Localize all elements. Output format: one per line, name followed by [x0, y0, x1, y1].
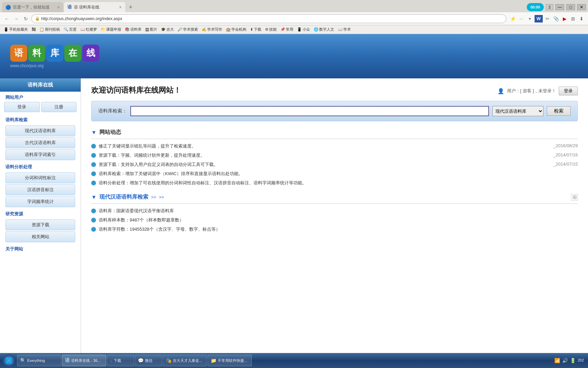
nav-forward[interactable]: → [12, 15, 20, 23]
search-input[interactable] [130, 106, 489, 116]
wechat-label: 微信 [145, 358, 152, 363]
addr-grid-icon[interactable]: ⊞ [569, 15, 577, 22]
taskbar-app2[interactable]: 📁 不常用软件快捷... [208, 355, 252, 366]
corpus-more-1[interactable]: >> [151, 195, 156, 200]
news-date-2: _2014/07/16 [553, 152, 578, 157]
address-bar: ← → ↻ 🔒 http://corpus.zhonghuayuwen.org/… [0, 12, 588, 25]
sidebar-segment[interactable]: 分词和词性标注 [5, 172, 75, 183]
addr-cut-icon[interactable]: ✂ [544, 15, 551, 22]
welcome-title: 欢迎访问语料库在线网站！ [91, 85, 181, 95]
addr-clip-icon[interactable]: 📎 [552, 15, 560, 22]
win-control-close[interactable]: ✕ [577, 4, 586, 10]
taskbar-everything[interactable]: 🔍 Everything [17, 355, 61, 366]
bm-digital[interactable]: 🌐数字人文 [312, 27, 336, 32]
news-item-3: 资源下载：支持加入用户自定义词表的自动分词工具可下载。 _2014/07/15 [91, 162, 578, 168]
main-content: 欢迎访问语料库在线网站！ 👤 用户：[ 游客 ]，未登录！ 登录 语料库检索： … [81, 78, 588, 353]
url-bar[interactable]: 🔒 http://corpus.zhonghuayuwen.org/index.… [31, 14, 506, 23]
tray-icon-2[interactable]: 🔊 [562, 358, 568, 363]
sidebar-pinyin[interactable]: 汉语拼音标注 [5, 184, 75, 195]
sidebar-section-analysis: 语料分析处理 [0, 161, 81, 171]
tab-1[interactable]: 🔵 百度一下，你就知道 × [2, 2, 63, 12]
taskbar-wechat[interactable]: 💬 微信 [135, 355, 162, 366]
system-clock: 202 [578, 358, 584, 363]
nav-refresh[interactable]: ↻ [22, 15, 30, 23]
timer-badge: 00:00 [527, 3, 544, 11]
site-header: 语 料 库 在 线 www.chcorpus.org [0, 34, 588, 78]
login-button[interactable]: 登录 [4, 102, 40, 112]
news-section-title: 网站动态 [99, 129, 121, 136]
addr-video-icon[interactable]: ▶ [561, 15, 568, 22]
tray-icon-1[interactable]: 📶 [554, 358, 560, 363]
news-text-2: 资源下载：字频、词频统计软件更新，提升处理速度。 [99, 152, 205, 158]
header-login-btn[interactable]: 登录 [559, 87, 578, 95]
corpus-bullet-2 [91, 218, 96, 223]
start-button[interactable] [1, 354, 16, 367]
sidebar-section-corpus: 语料库检索 [0, 114, 81, 124]
sidebar-ancient-corpus[interactable]: 古代汉语语料库 [5, 137, 75, 148]
new-tab-btn[interactable]: + [126, 2, 135, 12]
news-text-1: 修正了关键词显示错乱等问题，提升了检索速度。 [99, 143, 196, 149]
nav-back[interactable]: ← [3, 15, 11, 23]
bm-academic[interactable]: 📖学术 [336, 27, 353, 32]
taskbar-app1[interactable]: 🎭 吉大天才儿童促... [163, 355, 207, 366]
news-date-1: _2016/08/29 [553, 143, 578, 148]
tab-2[interactable]: 语 语 语料库在线 × [64, 2, 125, 12]
tab2-close[interactable]: × [119, 4, 122, 10]
bookmarks-bar: 📱手机收藏夹 知 📋期刊投稿 🔍百度 📖红楼梦 📁课题申报 📚语料库 🖼图片 🎓… [0, 25, 588, 34]
tray-icon-3[interactable]: 🔋 [570, 358, 576, 363]
bm-baidu[interactable]: 🔍百度 [62, 27, 78, 32]
win-control-maximize[interactable]: □ [566, 4, 575, 10]
bm-images[interactable]: 🖼图片 [144, 27, 159, 32]
sidebar-title: 语料库在线 [0, 78, 81, 92]
url-favicon: 🔒 [35, 16, 40, 21]
tab-bar: 🔵 百度一下，你就知道 × 语 语 语料库在线 × + 00:00 2 — □ … [0, 0, 588, 12]
addr-word-icon[interactable]: W [535, 15, 543, 22]
bm-common[interactable]: 📌常用 [279, 27, 295, 32]
sidebar-modern-corpus[interactable]: 现代汉语语料库 [5, 125, 75, 136]
user-label: 用户：[ 游客 ]，未登录！ [507, 88, 556, 94]
addr-lightning[interactable]: ⚡ [509, 15, 517, 22]
taskbar-corpus-browser[interactable]: 语 语料库在线 - 36... [62, 355, 106, 366]
logo-tile-1: 语 [10, 45, 27, 62]
corpus-list: 语料库：国家语委现代汉语平衡语料库 语料库样本数：9487个（样本数即篇章数） … [91, 208, 578, 232]
bm-dl[interactable]: ⬇下载 [248, 27, 263, 32]
sidebar-related-sites[interactable]: 相关网站 [5, 231, 75, 242]
news-arrow-icon: ▼ [91, 129, 97, 136]
corpus-select[interactable]: 现代汉语语料库 古代汉语语料库 字词索引 [492, 106, 543, 116]
bm-niche[interactable]: 📱小众 [295, 27, 312, 32]
corpus-expand-icon[interactable]: ⊞ [571, 194, 578, 201]
bm-writing[interactable]: ✍学术写作 [200, 27, 224, 32]
bm-skill[interactable]: ⚙技能 [263, 27, 278, 32]
sidebar-freq[interactable]: 字词频率统计 [5, 196, 75, 207]
bm-zhi[interactable]: 知 [30, 26, 37, 33]
bm-scholar[interactable]: 🔎学术搜索 [176, 27, 200, 32]
svg-rect-0 [6, 357, 9, 360]
bm-hlm[interactable]: 📖红楼梦 [79, 27, 99, 32]
win-control-minimize[interactable]: — [555, 4, 564, 10]
bm-project[interactable]: 📁课题申报 [99, 27, 123, 32]
tab1-close[interactable]: × [57, 4, 60, 10]
corpus-more-2[interactable]: >> [159, 195, 164, 200]
search-btn[interactable]: 检索 [547, 106, 571, 116]
corpus-item-2: 语料库样本数：9487个（样本数即篇章数） [91, 217, 578, 223]
sidebar-resource-download[interactable]: 资源下载 [5, 219, 75, 230]
news-item-1: 修正了关键词显示错乱等问题，提升了检索速度。 _2016/08/29 [91, 143, 578, 149]
bm-org[interactable]: 🏫学会机构 [224, 27, 248, 32]
bm-jida[interactable]: 🎓吉大 [159, 27, 176, 32]
search-label: 语料库检索： [98, 108, 127, 114]
addr-download-icon[interactable]: ⬇ [578, 15, 585, 22]
bm-mobile[interactable]: 📱手机收藏夹 [2, 27, 30, 32]
taskbar-download[interactable]: ↓ 下载 [107, 355, 134, 366]
register-button[interactable]: 注册 [41, 102, 77, 112]
addr-dropdown[interactable]: ▾ [526, 15, 534, 22]
sidebar-index[interactable]: 语料库字词索引 [5, 149, 75, 160]
bm-journal[interactable]: 📋期刊投稿 [38, 27, 62, 32]
everything-icon: 🔍 [20, 358, 26, 363]
addr-more[interactable]: ··· [518, 15, 525, 22]
bm-corpus[interactable]: 📚语料库 [123, 27, 143, 32]
everything-label: Everything [27, 358, 45, 363]
wechat-icon: 💬 [138, 358, 144, 363]
tab2-favicon: 语 [67, 4, 72, 10]
app2-icon: 📁 [211, 358, 216, 363]
sidebar: 语料库在线 网站用户 登录 注册 语料库检索 现代汉语语料库 古代汉语语料库 语… [0, 78, 81, 353]
